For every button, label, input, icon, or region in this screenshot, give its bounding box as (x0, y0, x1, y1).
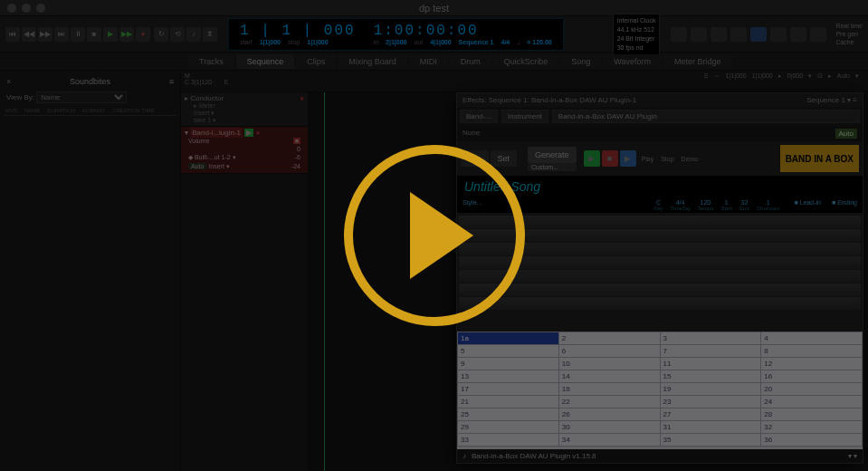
traffic-lights[interactable] (7, 4, 45, 13)
set-button[interactable]: Set (491, 150, 518, 167)
zoom-icon[interactable] (810, 27, 826, 42)
track-headers: ▸ Conductor ● ▸ Meter Insert ▾ take 1 ▾ … (181, 92, 308, 471)
type-select[interactable]: Instrument (501, 110, 548, 123)
fx-title: Effects: Sequence 1: Band-in-a-Box DAW A… (463, 96, 636, 104)
tab-mixing[interactable]: Mixing Board (338, 54, 407, 69)
bars-counter[interactable]: 1 | 1 | 000 (240, 23, 356, 39)
grid-icon[interactable] (671, 27, 687, 42)
fwd-icon[interactable]: ▶▶ (38, 27, 52, 42)
plugin-window[interactable]: Effects: Sequence 1: Band-in-a-Box DAW A… (456, 92, 863, 464)
zoom-dot[interactable] (36, 4, 45, 13)
chord-grid[interactable]: 1a23456789101112131415161718192021222324… (457, 332, 863, 449)
engine-status: Real time Pre gen Cache (835, 22, 863, 46)
status-text: Band-in-a-Box DAW AU Plugin v1.15.8 (472, 452, 596, 460)
window-titlebar: dp test (0, 0, 868, 16)
overdub-icon[interactable]: ↻ (154, 27, 168, 42)
rewind-icon[interactable]: ⏮ (5, 27, 20, 42)
snap-icon[interactable] (691, 27, 707, 42)
play2-icon[interactable]: ▶▶ (119, 27, 134, 42)
ibeam-icon[interactable] (770, 27, 787, 42)
window-title: dp test (419, 3, 449, 14)
record-icon[interactable]: ● (136, 27, 150, 42)
ruler[interactable]: M C 3|1|120 E S↔ 1|1|0001|1|000 ▸0|000▾ … (181, 71, 868, 92)
tab-clips[interactable]: Clips (296, 54, 336, 69)
click-icon[interactable]: ♪ (186, 27, 201, 42)
mode-buttons: ↻ ⟲ ♪ ⧗ (154, 27, 217, 42)
close-icon[interactable]: × (6, 77, 11, 86)
playhead[interactable] (324, 92, 325, 471)
tab-midi[interactable]: MIDI (409, 54, 448, 69)
auto-button[interactable]: Auto (835, 129, 857, 139)
link-icon[interactable]: ⟲ (170, 27, 185, 42)
preset-select[interactable]: Band-... (460, 110, 498, 123)
tab-sequence[interactable]: Sequence (236, 54, 295, 69)
pointer-icon[interactable] (750, 27, 767, 42)
counter-panel: 1 | 1 | 000 start1|1|000 stop1|1|000 1:0… (228, 18, 564, 51)
custom-button[interactable]: Custom... (528, 163, 577, 171)
bb-demo-icon[interactable]: ▶ (620, 150, 636, 167)
plugin-name[interactable]: Band-in-a-Box DAW AU Plugin (552, 110, 860, 123)
bb-play-icon[interactable]: ▶ (584, 150, 600, 167)
pause-icon[interactable]: ⏸ (71, 27, 85, 42)
time-counter[interactable]: 1:00:00:00 (374, 23, 552, 39)
clock-settings[interactable]: Internal Clock 44.1 kHz 512 24 Bit Integ… (613, 14, 661, 55)
band-in-a-box: File Set Generate Custom... ▶ ■ ▶ PlaySt… (457, 141, 863, 463)
bb-stop-icon[interactable]: ■ (602, 150, 618, 167)
bb-logo: BAND IN A BOX (780, 145, 859, 172)
tab-meterbridge[interactable]: Meter Bridge (663, 54, 732, 69)
tab-quickscribe[interactable]: QuickScribe (493, 54, 559, 69)
dropdown-icon[interactable]: ▾ ▾ (848, 452, 857, 460)
note-icon: ♪ (463, 452, 466, 460)
soundbites-sidebar: × Soundbites ≡ View By: Name MVSNAME DUR… (0, 71, 181, 471)
min-dot[interactable] (22, 4, 31, 13)
close-dot[interactable] (7, 4, 16, 13)
tab-waveform[interactable]: Waveform (603, 54, 662, 69)
end-icon[interactable]: ⏭ (54, 27, 69, 42)
back-icon[interactable]: ◀◀ (22, 27, 36, 42)
generate-button[interactable]: Generate (528, 147, 577, 163)
view-tabs: Tracks Sequence Clips Mixing Board MIDI … (0, 53, 868, 71)
main-toolbar: ⏮ ◀◀ ▶▶ ⏭ ⏸ ■ ▶ ▶▶ ● ↻ ⟲ ♪ ⧗ 1 | 1 | 000… (0, 16, 868, 53)
sidebar-title: Soundbites (70, 77, 110, 86)
menu-icon[interactable]: ≡ (169, 77, 174, 86)
play-icon[interactable]: ▶ (103, 27, 118, 42)
tab-tracks[interactable]: Tracks (188, 54, 234, 69)
play-video-overlay[interactable] (344, 145, 525, 326)
song-title[interactable]: Untitled Song (457, 176, 863, 197)
solo-icon[interactable] (711, 27, 727, 42)
tab-drum[interactable]: Drum (450, 54, 491, 69)
plugin-track[interactable]: ▾ Band-i...lugin-1 ▶ ● Volume■ 0 ◆ Built… (181, 127, 308, 174)
view-by-select[interactable]: Name (36, 91, 127, 103)
tool-palette (671, 27, 826, 42)
countoff-icon[interactable]: ⧗ (203, 27, 217, 42)
pencil-icon[interactable] (790, 27, 806, 42)
stop-icon[interactable]: ■ (87, 27, 101, 42)
gear-icon[interactable] (730, 27, 747, 42)
sidebar-columns: MVSNAME DURATIONFORMAT CREATION TIME (4, 106, 176, 116)
transport: ⏮ ◀◀ ▶▶ ⏭ ⏸ ■ ▶ ▶▶ ● (5, 27, 150, 42)
conductor-track[interactable]: ▸ Conductor ● ▸ Meter Insert ▾ take 1 ▾ (181, 92, 308, 127)
tab-song[interactable]: Song (560, 54, 601, 69)
